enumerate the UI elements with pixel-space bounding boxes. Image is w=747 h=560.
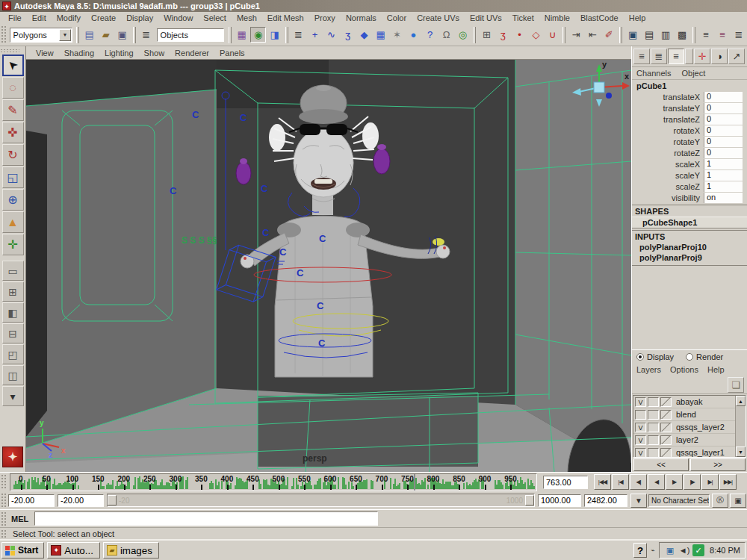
layer-type-box[interactable] <box>648 435 659 445</box>
make-live-icon[interactable]: ∪ <box>545 27 560 43</box>
layer-visibility-checkbox[interactable]: V <box>635 397 646 407</box>
component-mode-icon[interactable]: ◨ <box>267 27 282 43</box>
render-globals-icon[interactable]: ▩ <box>675 27 690 43</box>
channel-value[interactable]: 1 <box>704 170 743 181</box>
tool-settings-toggle-icon[interactable]: ≡ <box>715 27 731 43</box>
menu-item[interactable]: BlastCode <box>575 13 624 23</box>
scale-tool[interactable]: ◱ <box>2 167 24 188</box>
persp-multi-layout[interactable]: ◫ <box>2 365 24 385</box>
snap-grid-icon[interactable]: ⊞ <box>479 27 495 43</box>
layer-list-scrollbar[interactable]: ▲ ▼ <box>735 396 746 457</box>
open-scene-icon[interactable]: ▰ <box>98 27 114 43</box>
menu-item[interactable]: File <box>3 13 27 23</box>
render-current-frame-icon[interactable]: ▤ <box>642 27 657 43</box>
layer-row[interactable]: V layer2 <box>633 434 735 447</box>
layer-menu-item[interactable]: Options <box>670 365 698 374</box>
layer-name[interactable]: layer2 <box>672 435 698 444</box>
taskbar-task-button[interactable]: ✦ Auto... <box>47 542 100 559</box>
menu-item[interactable]: Mesh <box>232 13 262 23</box>
spacer[interactable] <box>685 49 693 64</box>
scroll-up-icon[interactable]: ▲ <box>736 396 746 406</box>
display-settings-icon[interactable]: ▣ <box>664 544 676 556</box>
menu-item[interactable]: Edit <box>27 13 52 23</box>
shape-node-name[interactable]: pCubeShape1 <box>632 217 747 228</box>
current-frame-marker[interactable] <box>414 474 415 491</box>
select-tool[interactable]: ➤ <box>2 55 24 76</box>
channel-name[interactable]: translateX <box>632 93 704 102</box>
playback-range-slider[interactable]: -20 1000 <box>107 494 535 507</box>
range-end-handle[interactable] <box>525 495 534 505</box>
panel-menu-item[interactable]: Shading <box>59 49 99 57</box>
layer-type-box[interactable] <box>648 423 659 432</box>
menu-set-dropdown[interactable]: Polygons ▼ <box>10 28 72 43</box>
channel-value[interactable]: 0 <box>704 137 743 147</box>
toolbox-grip[interactable] <box>0 49 19 53</box>
render-view-icon[interactable]: ▣ <box>625 27 641 43</box>
layer-name[interactable]: abayak <box>672 397 702 406</box>
layer-name[interactable]: blend <box>672 410 696 419</box>
new-layer-button[interactable]: ❏ <box>728 377 744 393</box>
channel-value[interactable]: 1 <box>704 181 743 192</box>
perspective-viewport[interactable]: C C C C C C C C C C S S S §§ <box>26 60 631 472</box>
input-node-name[interactable]: polyPlanarProj10 <box>632 242 747 252</box>
command-line-input[interactable] <box>34 511 378 526</box>
menu-item[interactable]: Create <box>86 13 121 23</box>
new-scene-icon[interactable]: ▤ <box>81 27 97 43</box>
layer-name[interactable]: qssqs_layer2 <box>672 423 725 432</box>
output-connections-icon[interactable]: ⇤ <box>585 27 601 43</box>
step-forward-frame-button[interactable]: |▶ <box>684 474 701 490</box>
layer-row[interactable]: V qssqs_layer2 <box>633 421 735 434</box>
character-set-label[interactable]: No Character Set <box>648 494 710 507</box>
lock-selection-icon[interactable]: Ω <box>438 27 454 43</box>
auto-keyframe-icon[interactable]: Ⓚ <box>712 494 728 508</box>
rotate-tool[interactable]: ↻ <box>2 144 24 166</box>
channel-box-toggle-icon[interactable]: ≣ <box>731 27 747 43</box>
layer-color-swatch[interactable] <box>660 397 672 407</box>
channel-value[interactable]: 0 <box>704 125 743 136</box>
layer-row[interactable]: V qssqs_layer1 <box>633 447 735 457</box>
construction-history-icon[interactable]: ✐ <box>601 27 617 43</box>
play-backwards-button[interactable]: ◀ <box>648 474 665 490</box>
move-tool[interactable]: ✜ <box>2 122 24 143</box>
step-back-key-button[interactable]: |◀ <box>612 474 629 490</box>
time-slider[interactable]: 0501001502002503003504004505005506006507… <box>10 473 537 491</box>
panel-menu-item[interactable]: Panels <box>214 49 250 57</box>
ipr-render-icon[interactable]: ▥ <box>658 27 674 43</box>
layer-menu-item[interactable]: Help <box>707 365 725 374</box>
snap-curve-icon[interactable]: ʒ <box>495 27 511 43</box>
snap-point-icon[interactable]: • <box>512 27 527 43</box>
panel-menu-item[interactable]: Renderer <box>170 49 214 57</box>
layer-menu-item[interactable]: Layers <box>636 365 661 374</box>
soft-modification-tool[interactable]: ▲ <box>2 211 24 233</box>
help-tray-button[interactable]: ? <box>633 543 647 558</box>
menu-item[interactable]: Window <box>158 13 198 23</box>
channel-layout-icon[interactable]: ≡ <box>633 49 650 64</box>
select-joints-icon[interactable]: ✶ <box>389 27 405 43</box>
attribute-editor-toggle-icon[interactable]: ≡ <box>698 27 714 43</box>
speed-dropoff-icon[interactable]: ◑ <box>711 49 728 64</box>
panel-menu-item[interactable]: Show <box>139 49 170 57</box>
taskbar-task-button[interactable]: ▰ images <box>103 542 159 559</box>
channel-layout-wide-icon[interactable]: ≣ <box>651 49 667 64</box>
next-layers-button[interactable]: >> <box>690 458 746 471</box>
volume-icon[interactable]: ◄) <box>678 544 690 556</box>
display-radio-label[interactable]: Display <box>647 352 674 361</box>
playback-end-field[interactable] <box>538 494 581 507</box>
panel-menu-item[interactable]: View <box>31 49 59 57</box>
channel-name[interactable]: rotateZ <box>632 149 704 158</box>
channel-layout-narrow-icon[interactable]: ≡ <box>668 49 684 64</box>
layer-row[interactable]: V abayak <box>633 396 735 408</box>
channel-name[interactable]: translateZ <box>632 115 704 124</box>
select-curves-icon[interactable]: ∿ <box>323 27 339 43</box>
lasso-select-tool[interactable]: ◌ <box>2 77 24 99</box>
channels-menu[interactable]: Channels <box>636 69 671 78</box>
selected-node-name[interactable]: pCube1 <box>632 80 747 91</box>
show-manipulator-tool[interactable]: ✛ <box>2 234 24 255</box>
display-radio[interactable] <box>636 353 644 361</box>
render-radio-label[interactable]: Render <box>696 352 723 361</box>
single-pane-layout[interactable]: ▭ <box>2 261 24 281</box>
layout-menu-button[interactable]: ▾ <box>2 386 24 406</box>
select-lines-icon[interactable]: ʒ <box>340 27 356 43</box>
character-set-menu-icon[interactable]: ▼ <box>630 494 647 508</box>
menu-item[interactable]: Select <box>198 13 232 23</box>
